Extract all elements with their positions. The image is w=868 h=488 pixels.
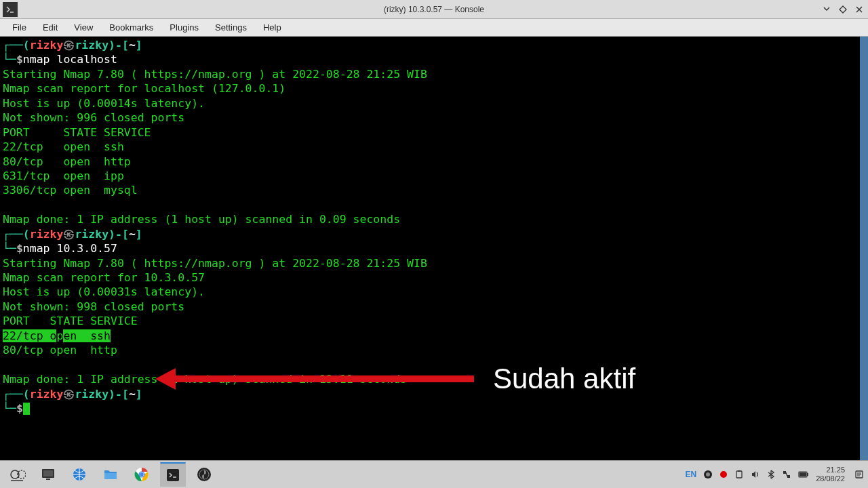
battery-icon[interactable] bbox=[798, 471, 809, 478]
output-line: Host is up (0.00014s latency). bbox=[3, 97, 205, 110]
svg-point-19 bbox=[720, 471, 727, 478]
menu-file[interactable]: File bbox=[5, 21, 33, 34]
svg-point-18 bbox=[706, 472, 710, 476]
clock-time: 21.25 bbox=[816, 466, 845, 474]
record-icon[interactable] bbox=[719, 470, 728, 479]
svg-point-12 bbox=[140, 472, 144, 476]
clock[interactable]: 21.25 28/08/22 bbox=[816, 466, 848, 483]
minimize-button[interactable] bbox=[821, 4, 832, 15]
menu-edit[interactable]: Edit bbox=[36, 21, 64, 34]
output-line: Starting Nmap 7.80 ( https://nmap.org ) … bbox=[3, 257, 427, 270]
output-line: 3306/tcp open mysql bbox=[3, 184, 138, 197]
menu-help[interactable]: Help bbox=[256, 21, 288, 34]
web-icon[interactable] bbox=[66, 462, 92, 487]
window-titlebar: (rizky) 10.3.0.57 — Konsole bbox=[0, 0, 868, 19]
output-line: Not shown: 996 closed ports bbox=[3, 111, 184, 124]
output-line: PORT STATE SERVICE bbox=[3, 314, 138, 327]
output-line: PORT STATE SERVICE bbox=[3, 126, 151, 139]
terminal-cursor bbox=[23, 403, 30, 415]
close-button[interactable] bbox=[854, 4, 865, 15]
menu-view[interactable]: View bbox=[67, 21, 100, 34]
taskbar: EN 21.25 28/08/22 bbox=[0, 460, 868, 488]
app-icon bbox=[3, 2, 18, 17]
volume-icon[interactable] bbox=[751, 470, 760, 479]
svg-rect-8 bbox=[104, 473, 117, 479]
svg-rect-21 bbox=[738, 470, 741, 472]
svg-rect-13 bbox=[167, 469, 179, 481]
maximize-button[interactable] bbox=[837, 4, 848, 15]
language-indicator[interactable]: EN bbox=[686, 470, 697, 479]
output-line: 80/tcp open http bbox=[3, 155, 131, 168]
terminal-area[interactable]: ┌──(rizky㉿rizky)-[~] └─$nmap localhost S… bbox=[0, 37, 868, 460]
svg-rect-27 bbox=[800, 472, 806, 476]
svg-rect-5 bbox=[43, 470, 53, 476]
output-line: Nmap done: 1 IP address (1 host up) scan… bbox=[3, 373, 407, 386]
obs-icon[interactable] bbox=[191, 462, 217, 487]
output-line: 80/tcp open http bbox=[3, 344, 117, 357]
output-line: 22/tcp open ssh bbox=[3, 140, 124, 153]
files-icon[interactable] bbox=[98, 462, 123, 487]
output-line: Host is up (0.00031s latency). bbox=[3, 285, 205, 298]
svg-rect-20 bbox=[736, 471, 742, 478]
konsole-icon[interactable] bbox=[160, 462, 186, 487]
menu-bar: File Edit View Bookmarks Plugins Setting… bbox=[0, 19, 868, 37]
clock-date: 28/08/22 bbox=[816, 474, 845, 483]
obs-tray-icon[interactable] bbox=[703, 470, 713, 479]
output-line: Not shown: 998 closed ports bbox=[3, 300, 184, 313]
output-line: Nmap scan report for 10.3.0.57 bbox=[3, 271, 205, 284]
clipboard-icon[interactable] bbox=[734, 470, 744, 479]
menu-plugins[interactable]: Plugins bbox=[163, 21, 205, 34]
output-line: Nmap scan report for localhost (127.0.0.… bbox=[3, 82, 285, 95]
menu-settings[interactable]: Settings bbox=[208, 21, 254, 34]
bluetooth-icon[interactable] bbox=[767, 470, 775, 479]
notifications-icon[interactable] bbox=[854, 470, 864, 479]
svg-rect-26 bbox=[807, 473, 808, 476]
desktop-icon[interactable] bbox=[35, 462, 61, 487]
svg-rect-22 bbox=[783, 471, 786, 474]
annotation-label: Sudah aktif bbox=[493, 361, 635, 398]
svg-line-24 bbox=[786, 472, 787, 476]
menu-bookmarks[interactable]: Bookmarks bbox=[102, 21, 160, 34]
chrome-icon[interactable] bbox=[129, 462, 155, 487]
output-line: Starting Nmap 7.80 ( https://nmap.org ) … bbox=[3, 68, 427, 81]
output-line: 631/tcp open ipp bbox=[3, 169, 124, 182]
svg-rect-6 bbox=[46, 479, 50, 480]
network-icon[interactable] bbox=[782, 470, 791, 479]
svg-rect-23 bbox=[787, 475, 790, 478]
start-menu-icon[interactable] bbox=[4, 462, 30, 487]
output-line: Nmap done: 1 IP address (1 host up) scan… bbox=[3, 213, 400, 226]
highlighted-text: 22/tcp o bbox=[3, 329, 56, 342]
window-title: (rizky) 10.3.0.57 — Konsole bbox=[384, 5, 484, 14]
